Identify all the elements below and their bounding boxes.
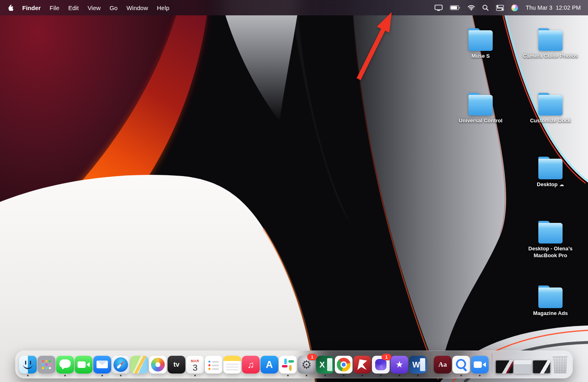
dock-app-magnifier[interactable] — [452, 356, 470, 376]
running-indicator — [504, 375, 505, 376]
dock-app-reminders[interactable] — [205, 356, 223, 376]
excel-glyph: X — [316, 356, 334, 374]
excel-app-icon: X — [316, 356, 334, 374]
running-indicator — [479, 375, 481, 376]
launchpad-glyph — [38, 356, 55, 374]
folder-label: Magazine Ads — [520, 310, 581, 317]
trash-icon — [552, 355, 569, 374]
wifi-icon[interactable] — [464, 5, 479, 10]
zoom-glyph — [471, 356, 489, 374]
desktop-folder-camera-guide-photos[interactable]: Camera Guide Photos — [520, 28, 581, 60]
menu-window[interactable]: Window — [122, 4, 152, 11]
menu-help[interactable]: Help — [153, 4, 174, 11]
menu-view[interactable]: View — [83, 4, 105, 11]
minimized-window-2[interactable] — [514, 356, 532, 376]
folder-label: Muse S — [458, 53, 503, 60]
running-indicator — [559, 375, 561, 376]
dock-app-chrome[interactable] — [335, 356, 353, 376]
minimized-window-3[interactable] — [533, 356, 550, 376]
menu-bar-clock[interactable]: Thu Mar 3 12:02 PM — [522, 4, 582, 11]
running-indicator — [541, 375, 542, 376]
desktop-folder-universal-control[interactable]: Universal Control — [447, 93, 514, 124]
dock-app-finder[interactable] — [19, 356, 37, 376]
dock-app-launchpad[interactable] — [38, 356, 55, 376]
screen-mirroring-icon[interactable] — [431, 4, 446, 11]
desktop-folder-customize-dock[interactable]: Customize Dock — [520, 93, 581, 124]
folder-icon — [466, 28, 496, 51]
finder-app-icon — [19, 356, 37, 374]
dock-app-photos[interactable] — [149, 356, 167, 376]
dock-divider-1 — [430, 353, 430, 373]
running-indicator — [460, 375, 462, 376]
dock-app-appstore[interactable]: A — [260, 356, 278, 376]
dock-app-safari[interactable] — [112, 356, 130, 376]
capture-app-icon — [353, 356, 371, 374]
desktop-folder-desktop[interactable]: Desktop☁ — [520, 157, 581, 188]
chrome-app-icon — [335, 356, 353, 374]
appstore-app-icon: A — [260, 356, 278, 374]
magnifier-app-icon — [452, 356, 470, 374]
spotlight-search-icon[interactable] — [479, 4, 492, 11]
word-glyph: W — [409, 356, 427, 374]
apple-logo-icon — [8, 4, 14, 11]
fonts-app-icon: Aa — [434, 356, 452, 374]
appletv-glyph: tv — [168, 356, 185, 374]
running-indicator — [250, 375, 252, 376]
running-indicator — [417, 375, 419, 376]
dock-app-calendar[interactable]: MAR3 — [186, 356, 204, 376]
running-indicator — [176, 375, 177, 376]
star-app-icon: ★ — [391, 356, 408, 374]
safari-glyph — [112, 356, 130, 374]
running-indicator — [380, 375, 382, 376]
dock-app-notes[interactable] — [223, 356, 241, 376]
running-indicator — [83, 375, 84, 376]
running-indicator — [64, 375, 66, 376]
messages-glyph — [56, 356, 74, 374]
mail-app-icon — [93, 356, 111, 374]
notes-app-icon — [223, 356, 241, 374]
dock-app-maps[interactable] — [130, 356, 148, 376]
dock-app-fonts[interactable]: Aa — [434, 356, 452, 376]
menu-go[interactable]: Go — [105, 4, 122, 11]
siri-icon[interactable] — [508, 4, 522, 11]
dock-app-capture[interactable] — [353, 356, 371, 376]
music-glyph: ♫ — [242, 356, 260, 374]
desktop-folder-muse-s[interactable]: Muse S — [458, 28, 503, 60]
menu-edit[interactable]: Edit — [64, 4, 83, 11]
menu-file[interactable]: File — [45, 4, 64, 11]
dock-app-mail[interactable] — [93, 356, 111, 376]
apple-menu[interactable] — [6, 4, 18, 11]
capture-glyph — [353, 356, 371, 374]
dock-app-slack[interactable] — [279, 356, 297, 376]
control-center-icon[interactable] — [492, 5, 508, 11]
fonts-glyph: Aa — [434, 356, 452, 374]
trash[interactable] — [551, 355, 569, 376]
facetime-app-icon — [75, 356, 92, 374]
dock-app-star[interactable]: ★ — [391, 356, 408, 376]
folder-icon — [536, 285, 565, 308]
dock-app-facetime[interactable] — [75, 356, 92, 376]
folder-icon — [536, 221, 565, 243]
menu-bar-left: Finder File Edit View Go Window Help — [6, 4, 174, 11]
appstore-glyph: A — [260, 356, 278, 374]
active-app-menu[interactable]: Finder — [18, 4, 45, 11]
dock-app-music[interactable]: ♫ — [242, 356, 260, 376]
dock-app-zoom[interactable] — [471, 356, 489, 376]
desktop-folder-desktop-olena-s-macbook-pro[interactable]: Desktop - Olena’s MacBook Pro — [519, 221, 582, 259]
desktop-folder-magazine-ads[interactable]: Magazine Ads — [520, 285, 581, 317]
running-indicator — [324, 375, 326, 376]
music-app-icon: ♫ — [242, 356, 260, 374]
star-glyph: ★ — [391, 356, 408, 374]
dock-app-word[interactable]: W — [409, 356, 427, 376]
dock-app-settings[interactable]: ⚙1 — [298, 356, 315, 376]
dock-app-purple[interactable]: 1 — [372, 356, 390, 376]
folder-icon — [536, 93, 565, 115]
icloud-status-icon: ☁ — [559, 182, 564, 187]
dock-app-excel[interactable]: X — [316, 356, 334, 376]
facetime-glyph — [75, 356, 92, 374]
minimized-window-1[interactable] — [496, 356, 513, 376]
dock-app-appletv[interactable]: tv — [168, 356, 185, 376]
dock-app-messages[interactable] — [56, 356, 74, 376]
battery-icon[interactable] — [446, 5, 464, 10]
running-indicator — [287, 375, 289, 376]
